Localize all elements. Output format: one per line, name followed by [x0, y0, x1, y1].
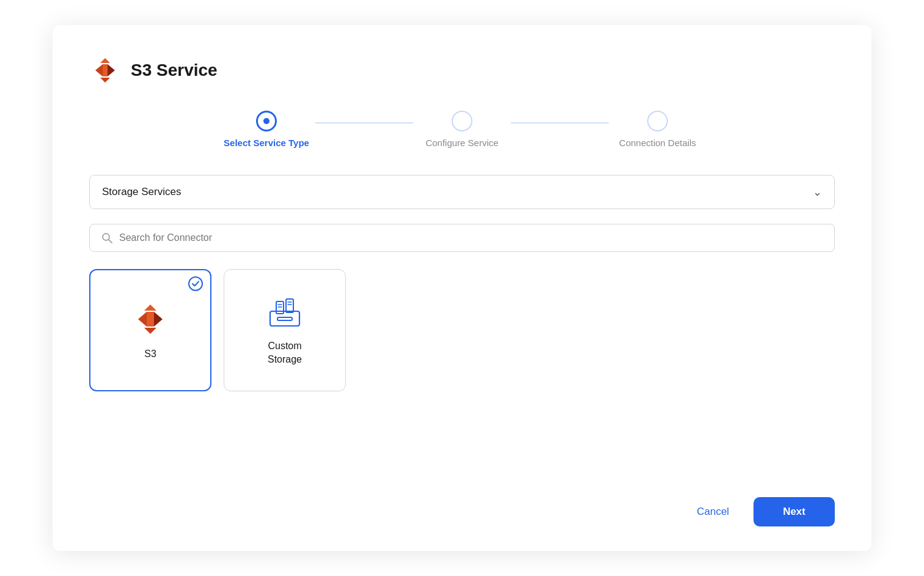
custom-storage-icon — [265, 294, 304, 331]
svg-marker-11 — [144, 305, 156, 311]
search-input[interactable] — [119, 232, 823, 243]
svg-line-7 — [109, 240, 112, 243]
cancel-button[interactable]: Cancel — [682, 498, 744, 525]
svg-rect-3 — [103, 64, 108, 76]
svg-rect-10 — [147, 312, 154, 327]
step-1-label: Select Service Type — [224, 138, 309, 148]
next-button[interactable]: Next — [754, 497, 835, 526]
card-custom-storage[interactable]: CustomStorage — [224, 269, 346, 391]
search-wrap — [89, 224, 835, 252]
modal-container: S3 Service Select Service Type Configure… — [53, 25, 871, 551]
svg-marker-9 — [154, 312, 163, 327]
card-s3-label: S3 — [144, 347, 156, 361]
search-icon — [101, 232, 113, 244]
card-s3[interactable]: S3 — [89, 269, 211, 391]
step-1: Select Service Type — [218, 111, 315, 148]
chevron-down-icon: ⌄ — [813, 185, 822, 199]
s3-card-icon — [131, 300, 170, 339]
page-title: S3 Service — [131, 61, 218, 80]
connector-2-3 — [511, 122, 609, 124]
step-2-label: Configure Service — [425, 138, 498, 148]
step-1-circle — [256, 111, 277, 131]
dropdown-container: Storage Services ⌄ — [89, 175, 835, 209]
svg-rect-16 — [286, 299, 293, 312]
svg-marker-8 — [138, 312, 147, 327]
footer: Cancel Next — [89, 473, 835, 526]
card-custom-storage-label: CustomStorage — [268, 339, 302, 367]
dropdown-value: Storage Services — [102, 186, 181, 198]
step-2-circle — [452, 111, 472, 131]
stepper-track: Select Service Type Configure Service Co… — [218, 111, 706, 148]
header: S3 Service — [89, 54, 835, 86]
check-icon — [188, 276, 203, 291]
connector-1-2 — [315, 122, 413, 124]
cards-grid: S3 CustomStorage — [89, 269, 835, 473]
service-type-dropdown[interactable]: Storage Services ⌄ — [89, 175, 835, 209]
svg-marker-12 — [144, 328, 156, 334]
search-container — [89, 224, 835, 252]
step-3-circle — [647, 111, 668, 131]
stepper: Select Service Type Configure Service Co… — [89, 111, 835, 148]
svg-rect-14 — [277, 317, 292, 320]
step-2: Configure Service — [413, 111, 511, 148]
step-3: Connection Details — [609, 111, 706, 148]
svg-rect-13 — [270, 311, 299, 326]
aws-s3-icon — [89, 54, 121, 86]
step-3-label: Connection Details — [619, 138, 696, 148]
